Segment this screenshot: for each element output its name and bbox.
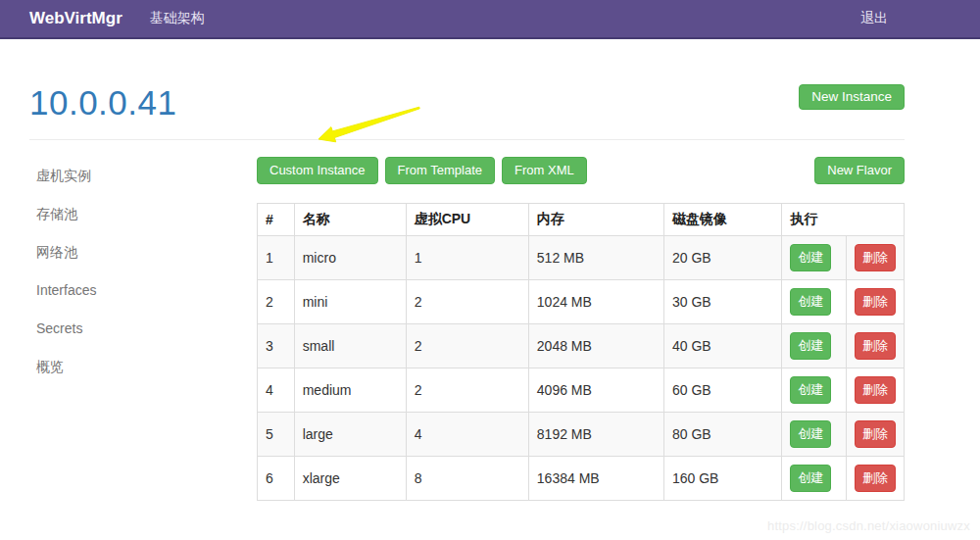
app-brand[interactable]: WebVirtMgr xyxy=(29,9,122,28)
flavor-num: 1 xyxy=(258,236,295,280)
sidebar-item-overview[interactable]: 概览 xyxy=(36,348,257,386)
delete-flavor-button[interactable]: 删除 xyxy=(855,420,896,448)
create-flavor-button[interactable]: 创建 xyxy=(790,244,831,271)
flavor-memory: 16384 MB xyxy=(528,457,663,501)
navbar: WebVirtMgr 基础架构 退出 xyxy=(0,0,980,39)
flavor-num: 6 xyxy=(258,457,295,501)
flavor-disk: 160 GB xyxy=(663,457,781,501)
flavor-memory: 2048 MB xyxy=(528,324,663,368)
table-row: 2 mini 2 1024 MB 30 GB 创建 删除 xyxy=(258,280,905,324)
sidebar: 虚机实例 存储池 网络池 Interfaces Secrets 概览 xyxy=(29,157,257,501)
sidebar-item-instances[interactable]: 虚机实例 xyxy=(36,157,257,195)
new-flavor-button[interactable]: New Flavor xyxy=(814,157,905,184)
col-header-disk: 磁盘镜像 xyxy=(663,204,781,236)
col-header-memory: 内存 xyxy=(528,204,663,236)
page-header: 10.0.0.41 New Instance xyxy=(29,83,905,123)
flavor-disk: 20 GB xyxy=(663,236,781,280)
flavor-vcpu: 2 xyxy=(406,280,528,324)
flavor-disk: 30 GB xyxy=(663,280,781,324)
col-header-actions: 执行 xyxy=(782,204,905,236)
flavor-memory: 1024 MB xyxy=(528,280,663,324)
delete-flavor-button[interactable]: 删除 xyxy=(855,465,896,492)
sidebar-item-secrets[interactable]: Secrets xyxy=(36,310,257,348)
flavors-table: # 名称 虚拟CPU 内存 磁盘镜像 执行 1 micro 1 512 MB 2 xyxy=(257,203,905,501)
table-row: 4 medium 2 4096 MB 60 GB 创建 删除 xyxy=(258,368,905,413)
flavor-name: micro xyxy=(294,236,406,280)
flavor-disk: 80 GB xyxy=(663,413,781,457)
create-flavor-button[interactable]: 创建 xyxy=(790,465,831,492)
col-header-vcpu: 虚拟CPU xyxy=(406,204,528,236)
flavor-disk: 40 GB xyxy=(663,324,781,368)
header-divider xyxy=(29,139,905,140)
delete-flavor-button[interactable]: 删除 xyxy=(855,244,896,271)
flavor-num: 5 xyxy=(258,413,295,457)
delete-flavor-button[interactable]: 删除 xyxy=(855,332,896,360)
toolbar: Custom Instance From Template From XML N… xyxy=(257,157,905,184)
delete-flavor-button[interactable]: 删除 xyxy=(855,376,896,404)
create-flavor-button[interactable]: 创建 xyxy=(790,376,831,404)
flavor-vcpu: 2 xyxy=(406,368,528,413)
logout-link[interactable]: 退出 xyxy=(860,10,888,27)
custom-instance-button[interactable]: Custom Instance xyxy=(257,157,378,184)
table-row: 6 xlarge 8 16384 MB 160 GB 创建 删除 xyxy=(258,457,905,501)
create-flavor-button[interactable]: 创建 xyxy=(790,332,831,360)
host-title: 10.0.0.41 xyxy=(29,83,905,123)
flavor-disk: 60 GB xyxy=(663,368,781,413)
table-row: 5 large 4 8192 MB 80 GB 创建 删除 xyxy=(258,413,905,457)
from-xml-button[interactable]: From XML xyxy=(502,157,587,184)
flavor-vcpu: 4 xyxy=(406,413,528,457)
content-row: 虚机实例 存储池 网络池 Interfaces Secrets 概览 Custo… xyxy=(29,157,905,501)
flavor-vcpu: 2 xyxy=(406,324,528,368)
create-flavor-button[interactable]: 创建 xyxy=(790,420,831,448)
table-row: 1 micro 1 512 MB 20 GB 创建 删除 xyxy=(258,236,905,280)
flavor-memory: 8192 MB xyxy=(528,413,663,457)
table-header-row: # 名称 虚拟CPU 内存 磁盘镜像 执行 xyxy=(258,204,905,236)
flavor-memory: 512 MB xyxy=(528,236,663,280)
flavor-num: 3 xyxy=(258,324,295,368)
sidebar-item-networks[interactable]: 网络池 xyxy=(36,233,257,271)
sidebar-item-interfaces[interactable]: Interfaces xyxy=(36,271,257,310)
table-row: 3 small 2 2048 MB 40 GB 创建 删除 xyxy=(258,324,905,368)
from-template-button[interactable]: From Template xyxy=(385,157,495,184)
watermark: https://blog.csdn.net/xiaowoniuwzx xyxy=(767,518,970,533)
delete-flavor-button[interactable]: 删除 xyxy=(855,288,896,316)
create-flavor-button[interactable]: 创建 xyxy=(790,288,831,316)
flavor-name: large xyxy=(294,413,406,457)
flavor-name: mini xyxy=(294,280,406,324)
flavor-num: 4 xyxy=(258,368,295,413)
nav-item-infrastructure[interactable]: 基础架构 xyxy=(150,10,205,27)
col-header-name: 名称 xyxy=(294,204,406,236)
main-panel: Custom Instance From Template From XML N… xyxy=(257,157,905,501)
flavor-memory: 4096 MB xyxy=(528,368,663,413)
sidebar-item-storages[interactable]: 存储池 xyxy=(36,195,257,233)
flavor-name: small xyxy=(294,324,406,368)
flavor-name: medium xyxy=(294,368,406,413)
flavor-num: 2 xyxy=(258,280,295,324)
col-header-num: # xyxy=(258,204,295,236)
new-instance-button[interactable]: New Instance xyxy=(799,84,905,110)
flavor-vcpu: 8 xyxy=(406,457,528,501)
flavor-vcpu: 1 xyxy=(406,236,528,280)
flavor-name: xlarge xyxy=(294,457,406,501)
page-container: 10.0.0.41 New Instance 虚机实例 存储池 网络池 Inte… xyxy=(29,83,905,501)
